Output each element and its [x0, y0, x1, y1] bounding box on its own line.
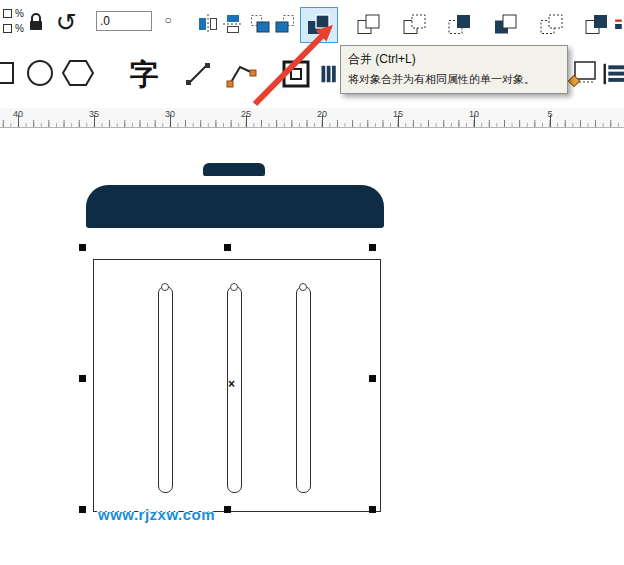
back-minus-front-button[interactable] — [580, 9, 614, 39]
curve-node[interactable] — [161, 283, 169, 291]
mirror-horizontal-icon — [198, 13, 219, 35]
selection-handle[interactable] — [224, 506, 231, 513]
selection-handle[interactable] — [369, 506, 376, 513]
ruler-label: 35 — [89, 109, 99, 119]
distribute-icon — [274, 13, 296, 35]
artistic-media-tool[interactable] — [278, 56, 314, 92]
scale-h-icon — [3, 9, 12, 18]
watermark-text: www.rjzxw.com — [98, 506, 215, 523]
ellipse-tool[interactable] — [24, 56, 56, 90]
ellipse-tool-icon — [25, 58, 55, 88]
mirror-horizontal-button[interactable] — [196, 10, 220, 38]
ruler-label: 25 — [241, 109, 251, 119]
smart-fill-tool[interactable] — [566, 56, 600, 92]
rotate-icon: ↺ — [56, 9, 77, 35]
trim-button[interactable] — [398, 9, 432, 39]
front-minus-back-icon — [540, 14, 564, 35]
trim-icon — [403, 14, 427, 35]
scale-v-row[interactable]: % — [3, 21, 24, 36]
angle-input[interactable] — [96, 11, 152, 31]
scale-h-label: % — [15, 8, 24, 19]
boundary-button[interactable] — [614, 9, 624, 39]
align-icon — [249, 13, 271, 35]
intersect-icon — [448, 14, 472, 35]
selection-handle[interactable] — [79, 244, 86, 251]
app-window: % % ↺ ○ — [0, 0, 624, 565]
trashcan-lid-shape[interactable] — [86, 185, 384, 228]
slot-shape[interactable] — [296, 286, 311, 493]
ruler-label: 40 — [13, 109, 23, 119]
artistic-media-tool-icon — [280, 58, 312, 90]
tooltip: 合并 (Ctrl+L) 将对象合并为有相同属性的单一对象。 — [340, 45, 568, 94]
table-tool[interactable] — [320, 58, 338, 90]
tooltip-title: 合并 (Ctrl+L) — [348, 51, 560, 68]
table-tool-icon — [320, 61, 338, 87]
weld-button[interactable] — [352, 9, 386, 39]
selection-handle[interactable] — [369, 375, 376, 382]
simplify-button[interactable] — [489, 9, 523, 39]
boundary-icon — [614, 13, 624, 35]
trashcan-lid-handle-shape[interactable] — [203, 163, 265, 176]
ruler-label: 15 — [393, 109, 403, 119]
weld-icon — [357, 14, 381, 35]
selection-center-mark[interactable]: × — [228, 377, 235, 391]
lock-ratio-button[interactable] — [26, 7, 46, 37]
back-minus-front-icon — [585, 14, 609, 35]
selection-handle[interactable] — [369, 244, 376, 251]
slot-shape[interactable] — [158, 286, 173, 493]
lock-icon — [28, 12, 44, 32]
text-tool-icon: 字 — [130, 59, 159, 89]
tooltip-description: 将对象合并为有相同属性的单一对象。 — [348, 72, 560, 87]
combine-icon — [307, 14, 331, 36]
intersect-button[interactable] — [443, 9, 477, 39]
curve-node[interactable] — [299, 283, 307, 291]
polygon-tool-icon — [61, 57, 95, 89]
simplify-icon — [494, 14, 518, 35]
ruler-label: 10 — [469, 109, 479, 119]
combine-button[interactable] — [300, 7, 338, 43]
align-button[interactable] — [247, 9, 273, 39]
freehand-tool-icon — [183, 59, 213, 89]
scale-h-row[interactable]: % — [3, 6, 24, 21]
polygon-tool[interactable] — [60, 55, 96, 91]
degree-unit: ○ — [160, 9, 176, 31]
bezier-tool[interactable] — [222, 55, 260, 93]
curve-node[interactable] — [230, 283, 238, 291]
selection-handle[interactable] — [79, 375, 86, 382]
mirror-vertical-button[interactable] — [221, 10, 245, 38]
rectangle-tool[interactable] — [0, 56, 16, 90]
freehand-tool[interactable] — [182, 57, 214, 91]
distribute-button[interactable] — [272, 9, 298, 39]
paragraph-tool-icon — [602, 59, 624, 89]
smart-fill-tool-icon — [568, 59, 598, 89]
degree-icon: ○ — [164, 13, 171, 27]
scale-factor-group: % % — [3, 6, 24, 36]
rectangle-tool-icon — [0, 59, 16, 87]
front-minus-back-button[interactable] — [535, 9, 569, 39]
paragraph-tool[interactable] — [602, 56, 624, 92]
text-tool[interactable]: 字 — [126, 56, 162, 92]
selection-handle[interactable] — [224, 244, 231, 251]
horizontal-ruler[interactable]: 40 35 30 25 20 15 10 5 — [0, 108, 624, 128]
ruler-label: 20 — [317, 109, 327, 119]
scale-v-icon — [3, 24, 12, 33]
scale-v-label: % — [15, 23, 24, 34]
bezier-tool-icon — [224, 58, 258, 90]
selection-handle[interactable] — [79, 506, 86, 513]
ruler-label: 30 — [165, 109, 175, 119]
mirror-vertical-icon — [222, 14, 244, 35]
rotate-button[interactable]: ↺ — [52, 7, 80, 37]
ruler-label: 5 — [547, 109, 552, 119]
